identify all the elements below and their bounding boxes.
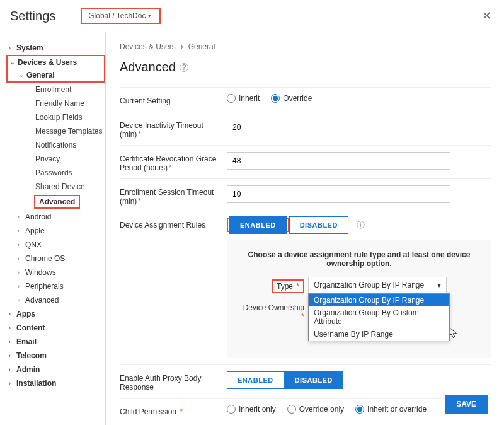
- sidebar-item-devices-users[interactable]: ⌄Devices & Users: [8, 56, 104, 69]
- radio-inherit[interactable]: Inherit: [227, 94, 260, 103]
- page-header-title: Settings: [10, 9, 55, 23]
- info-icon[interactable]: ⓘ: [357, 220, 365, 230]
- chevron-right-icon: ›: [18, 242, 23, 248]
- sidebar-item-du-advanced[interactable]: ›Advanced: [15, 293, 105, 307]
- highlight-box-devices-users: ⌄Devices & Users ⌄General: [6, 55, 105, 83]
- chevron-right-icon: ›: [18, 255, 23, 262]
- radio-label: Inherit or override: [367, 405, 427, 414]
- chevron-right-icon: ›: [9, 366, 14, 373]
- radio-inherit-only[interactable]: Inherit only: [227, 405, 276, 414]
- input-device-inactivity[interactable]: [227, 119, 450, 136]
- dropdown-opt-custom-attr[interactable]: Organization Group By Custom Attribute: [309, 306, 449, 328]
- sidebar-label: Windows: [25, 268, 56, 277]
- org-selector-label: Global / TechDoc: [88, 11, 146, 20]
- sidebar-item-general[interactable]: ⌄General: [16, 69, 104, 81]
- sidebar-item-peripherals[interactable]: ›Peripherals: [15, 279, 105, 293]
- label-child-permission: Child Permission *: [120, 405, 227, 416]
- sidebar-item-windows[interactable]: ›Windows: [15, 265, 105, 279]
- sidebar-item-friendly-name[interactable]: Friendly Name: [24, 96, 105, 110]
- chevron-right-icon: ›: [9, 339, 14, 345]
- label-auth-proxy: Enable Auth Proxy Body Response: [120, 371, 227, 392]
- select-value: Organization Group By IP Range: [314, 281, 424, 289]
- breadcrumb: Devices & Users › General: [120, 42, 491, 51]
- chevron-right-icon: ›: [18, 228, 23, 234]
- breadcrumb-devices-users[interactable]: Devices & Users: [120, 42, 176, 51]
- sidebar-label: Apple: [25, 226, 45, 235]
- chevron-down-icon: ▾: [437, 281, 441, 289]
- sidebar-item-content[interactable]: ›Content: [6, 321, 105, 335]
- sidebar-label: Admin: [16, 365, 40, 374]
- sidebar-item-message-templates[interactable]: Message Templates: [24, 124, 105, 138]
- sidebar-label: System: [16, 44, 43, 52]
- chevron-down-icon: ▾: [148, 13, 153, 19]
- chevron-right-icon: ›: [9, 325, 14, 331]
- sidebar-item-android[interactable]: ›Android: [15, 210, 105, 224]
- label-enroll-session: Enrollment Session Timeout (min)*: [120, 185, 227, 206]
- save-button[interactable]: SAVE: [445, 395, 488, 414]
- chevron-down-icon: ⌄: [19, 72, 24, 78]
- sidebar-item-system[interactable]: ›System: [6, 41, 105, 55]
- chevron-right-icon: ›: [9, 380, 14, 387]
- chevron-right-icon: ›: [18, 269, 23, 276]
- main-content: Devices & Users › General Advanced ? Cur…: [106, 32, 504, 425]
- sidebar-label: Installation: [16, 379, 56, 388]
- radio-label: Inherit: [239, 94, 260, 103]
- sidebar-item-passwords[interactable]: Passwords: [24, 166, 105, 180]
- sidebar-label: General: [26, 71, 55, 79]
- radio-override-only[interactable]: Override only: [287, 405, 344, 414]
- label-device-assignment: Device Assignment Rules: [120, 218, 227, 230]
- radio-label: Override: [283, 94, 312, 103]
- radio-inherit-or-override[interactable]: Inherit or override: [355, 405, 427, 414]
- toggle-auth-enabled[interactable]: ENABLED: [227, 371, 284, 389]
- breadcrumb-general[interactable]: General: [188, 42, 215, 51]
- chevron-down-icon: ⌄: [10, 59, 15, 66]
- label-device-ownership: Device Ownership *: [239, 301, 308, 321]
- chevron-right-icon: ›: [18, 283, 23, 289]
- sidebar-item-advanced[interactable]: Advanced: [34, 195, 80, 209]
- toggle-disabled[interactable]: DISABLED: [289, 216, 348, 234]
- help-icon[interactable]: ?: [180, 63, 188, 72]
- sidebar-item-enrollment[interactable]: Enrollment: [24, 83, 105, 96]
- sidebar-item-privacy[interactable]: Privacy: [24, 152, 105, 166]
- sidebar: ›System ⌄Devices & Users ⌄General Enroll…: [0, 32, 106, 425]
- sidebar-label: Peripherals: [25, 282, 64, 291]
- toggle-enabled[interactable]: ENABLED: [229, 216, 287, 234]
- sidebar-label: Devices & Users: [18, 58, 77, 67]
- close-button[interactable]: ✕: [479, 6, 494, 25]
- sidebar-item-lookup-fields[interactable]: Lookup Fields: [24, 110, 105, 124]
- page-title: Advanced: [120, 60, 176, 74]
- sidebar-label: Apps: [16, 310, 35, 318]
- radio-override[interactable]: Override: [271, 94, 312, 103]
- sidebar-label: Content: [16, 323, 45, 332]
- sidebar-item-apps[interactable]: ›Apps: [6, 307, 105, 321]
- sidebar-item-chrome-os[interactable]: ›Chrome OS: [15, 252, 105, 265]
- sidebar-item-telecom[interactable]: ›Telecom: [6, 349, 105, 363]
- sidebar-item-installation[interactable]: ›Installation: [6, 376, 105, 390]
- sidebar-label: Chrome OS: [25, 254, 65, 263]
- select-type[interactable]: Organization Group By IP Range ▾: [308, 277, 447, 293]
- radio-label: Inherit only: [239, 405, 276, 414]
- sidebar-item-email[interactable]: ›Email: [6, 335, 105, 349]
- sidebar-label: Email: [16, 337, 37, 346]
- dropdown-opt-ip-range[interactable]: Organization Group By IP Range: [309, 294, 449, 306]
- sidebar-item-apple[interactable]: ›Apple: [15, 224, 105, 238]
- sidebar-label: Android: [25, 212, 51, 221]
- sidebar-item-admin[interactable]: ›Admin: [6, 363, 105, 376]
- input-enroll-session[interactable]: [227, 185, 450, 203]
- sidebar-item-shared-device[interactable]: Shared Device: [24, 180, 105, 194]
- sidebar-label: Advanced: [25, 296, 59, 305]
- sidebar-label: Telecom: [16, 351, 47, 360]
- radio-label: Override only: [299, 405, 344, 414]
- label-device-inactivity: Device Inactivity Timeout (min)*: [120, 119, 227, 139]
- org-selector[interactable]: Global / TechDoc ▾: [81, 8, 161, 24]
- label-cert-revocation: Certificate Revocation Grace Period (hou…: [120, 152, 227, 172]
- sidebar-item-notifications[interactable]: Notifications: [24, 138, 105, 152]
- sidebar-item-qnx[interactable]: ›QNX: [15, 238, 105, 252]
- toggle-auth-disabled[interactable]: DISABLED: [284, 371, 343, 389]
- sidebar-label: QNX: [25, 240, 42, 249]
- highlight-box-enabled: ENABLED: [227, 218, 289, 232]
- dropdown-opt-username-ip[interactable]: Username By IP Range: [309, 328, 449, 341]
- chevron-right-icon: ›: [18, 297, 23, 303]
- input-cert-revocation[interactable]: [227, 152, 450, 170]
- assignment-panel: Choose a device assignment rule type and…: [227, 240, 491, 358]
